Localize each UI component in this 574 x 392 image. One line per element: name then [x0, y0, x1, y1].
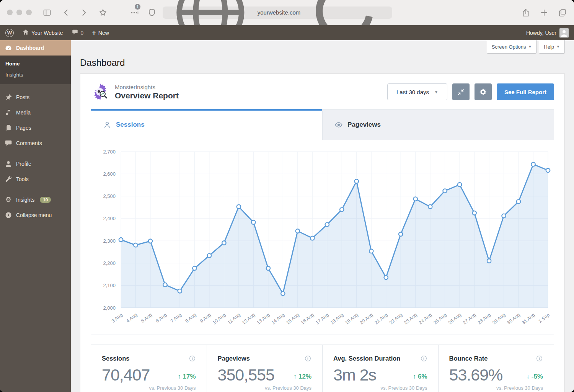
sidebar-item-pages[interactable]: Pages	[0, 120, 71, 136]
close-window-button[interactable]	[7, 10, 13, 15]
insights-count-badge: 10	[40, 197, 51, 203]
svg-text:10 Aug: 10 Aug	[212, 312, 227, 325]
sidebar-item-tools[interactable]: Tools	[0, 172, 71, 187]
summary-cards: Sessions70,407↑ 17%vs. Previous 30 DaysP…	[91, 345, 554, 392]
chevron-down-icon: ▼	[434, 90, 438, 94]
info-icon[interactable]	[420, 355, 427, 362]
sidebar-item-media[interactable]: Media	[0, 105, 71, 120]
sidebar-item-label: Comments	[16, 140, 42, 146]
report-box: Sessions Pageviews 2,0002,1002,2002,3002…	[91, 109, 554, 335]
card-comparison-note: vs. Previous 30 Days	[333, 385, 427, 391]
main-content: Screen Options ▼ Help ▼ Dashboard	[71, 40, 574, 392]
card-value: 53.69%	[449, 366, 503, 384]
tabs-glyph	[558, 8, 567, 17]
sessions-chart: 2,0002,1002,2002,3002,4002,5002,6002,700…	[91, 140, 554, 335]
site-name-menu[interactable]: Your Website	[22, 29, 63, 37]
date-range-select[interactable]: Last 30 days ▼	[387, 83, 447, 100]
chevron-down-icon: ▼	[528, 45, 532, 49]
person-icon	[103, 121, 111, 129]
stat-card-bounce-rate: Bounce Rate53.69%↓ -5%vs. Previous 30 Da…	[438, 345, 554, 392]
card-title: Avg. Session Duration	[333, 355, 400, 362]
tab-pageviews[interactable]: Pageviews	[322, 109, 554, 140]
back-glyph	[62, 8, 71, 17]
plus-icon: +	[92, 29, 96, 36]
sidebar-item-label: Media	[16, 109, 31, 116]
card-trend-down: ↓ -5%	[527, 373, 543, 384]
tab-pageviews-label: Pageviews	[347, 121, 381, 129]
help-label: Help	[544, 44, 554, 50]
svg-text:31 Aug: 31 Aug	[521, 312, 536, 325]
sidebar-item-insights[interactable]: Insights10	[0, 192, 71, 207]
sidebar-item-label: Profile	[16, 161, 31, 167]
sidebar-item-home[interactable]: Home	[0, 58, 71, 69]
see-full-report-button[interactable]: See Full Report	[497, 83, 554, 100]
wp-admin-bar: W Your Website 0 + New Howdy, User	[0, 25, 574, 40]
forward-glyph	[79, 8, 88, 17]
avatar[interactable]	[559, 28, 569, 38]
screen-options-button[interactable]: Screen Options ▼	[487, 40, 537, 54]
tabs-overview-icon[interactable]	[558, 8, 567, 17]
svg-text:13 Aug: 13 Aug	[256, 312, 271, 325]
report-tabs: Sessions Pageviews	[91, 109, 554, 140]
info-icon[interactable]	[304, 355, 311, 362]
card-trend-up: ↑ 6%	[413, 373, 427, 384]
pages-icon	[5, 124, 12, 132]
sidebar-menu: DashboardHomeInsightsPostsMediaPagesComm…	[0, 40, 71, 223]
media-icon	[5, 109, 12, 116]
info-icon[interactable]	[536, 355, 543, 362]
svg-text:19 Aug: 19 Aug	[344, 312, 359, 325]
comment-icon	[5, 139, 12, 147]
svg-text:28 Aug: 28 Aug	[477, 312, 492, 325]
address-bar[interactable]: yourwebsite.com	[163, 7, 392, 19]
sidebar-item-dashboard[interactable]: Dashboard	[0, 40, 71, 56]
new-tab-icon[interactable]	[540, 8, 549, 17]
wp-logo-menu[interactable]: W	[5, 29, 14, 37]
report-settings-button[interactable]	[475, 83, 492, 100]
sidebar-item-label: Posts	[16, 94, 29, 100]
svg-text:14 Aug: 14 Aug	[271, 312, 285, 325]
sidebar-item-posts[interactable]: Posts	[0, 90, 71, 105]
comments-menu[interactable]: 0	[72, 29, 84, 37]
info-icon[interactable]	[189, 355, 196, 362]
sidebar-item-insights-sub[interactable]: Insights	[0, 69, 71, 80]
forward-icon[interactable]	[79, 8, 88, 17]
sidebar-item-label: Dashboard	[16, 45, 44, 51]
wordpress-logo-icon: W	[5, 29, 14, 37]
sidebar-toggle-icon[interactable]	[42, 8, 52, 17]
stat-card-avg-session-duration: Avg. Session Duration3m 2s↑ 6%vs. Previo…	[322, 345, 438, 392]
collapse-report-button[interactable]	[452, 83, 470, 100]
svg-text:20 Aug: 20 Aug	[359, 312, 374, 325]
extensions-icon[interactable]: 1	[130, 8, 139, 17]
sidebar-item-collapse[interactable]: Collapse menu	[0, 207, 71, 223]
card-comparison-note: vs. Previous 30 Days	[449, 385, 543, 391]
card-value: 350,555	[218, 366, 274, 384]
privacy-shield-icon[interactable]	[147, 8, 157, 17]
sidebar-item-label: Insights	[5, 72, 23, 78]
person-icon	[5, 160, 12, 168]
back-icon[interactable]	[62, 8, 71, 17]
howdy-user-label[interactable]: Howdy, User	[526, 30, 556, 36]
zoom-window-button[interactable]	[26, 10, 32, 15]
svg-text:2,000: 2,000	[103, 305, 116, 311]
sidebar-item-label: Pages	[16, 125, 31, 131]
wrench-icon	[5, 175, 12, 183]
new-content-menu[interactable]: + New	[92, 29, 109, 36]
sidebar-toggle-glyph	[42, 8, 52, 17]
pin-icon	[5, 93, 12, 101]
window-controls[interactable]	[7, 10, 32, 15]
home-icon	[22, 29, 29, 37]
help-button[interactable]: Help ▼	[539, 40, 565, 54]
share-icon[interactable]	[521, 8, 530, 17]
comments-count: 0	[81, 30, 84, 36]
sidebar-item-profile[interactable]: Profile	[0, 156, 71, 172]
shield-glyph	[147, 8, 157, 17]
minimize-window-button[interactable]	[16, 10, 22, 15]
svg-text:2,600: 2,600	[103, 171, 116, 177]
bookmark-star-icon[interactable]	[98, 8, 108, 17]
shrink-arrows-icon	[457, 88, 465, 96]
tab-sessions[interactable]: Sessions	[91, 109, 322, 140]
chevron-down-icon: ▼	[556, 45, 560, 49]
stat-card-sessions: Sessions70,407↑ 17%vs. Previous 30 Days	[91, 345, 207, 392]
sidebar-item-comments[interactable]: Comments	[0, 136, 71, 151]
svg-text:11 Aug: 11 Aug	[227, 312, 241, 325]
